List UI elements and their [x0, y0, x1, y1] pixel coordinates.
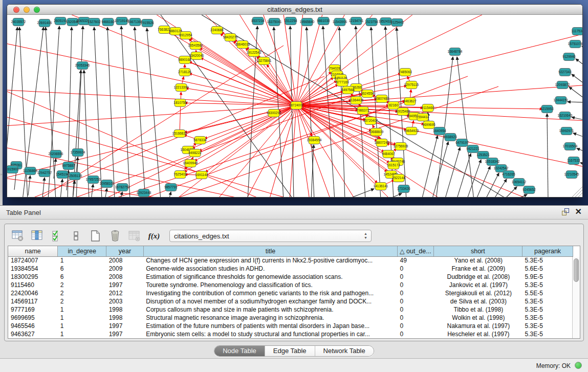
graph-node[interactable]: 9498222	[188, 149, 202, 157]
graph-node[interactable]: 10807487	[375, 95, 389, 103]
graph-node[interactable]: 9227343	[558, 69, 572, 76]
graph-node[interactable]: 9421221	[466, 145, 480, 153]
column-header-title[interactable]: title	[143, 246, 397, 256]
graph-node[interactable]: 3624554	[361, 90, 374, 98]
tab-edge-table[interactable]: Edge Table	[265, 346, 315, 356]
graph-node[interactable]: 5878334	[193, 137, 207, 144]
graph-node[interactable]: 12923448	[137, 189, 151, 197]
graph-node[interactable]: 9466160	[101, 18, 115, 26]
graph-node[interactable]: 19654923	[404, 127, 419, 135]
window-resize-grip[interactable]	[572, 187, 582, 197]
graph-node[interactable]: 20206556	[49, 150, 63, 158]
graph-node[interactable]: 12210545	[564, 171, 579, 179]
graph-node[interactable]: 9115460	[422, 104, 434, 112]
graph-node[interactable]: 23420046	[189, 52, 204, 60]
graph-node[interactable]: 12942757	[37, 169, 52, 177]
column-header-name[interactable]: name	[8, 246, 58, 256]
graph-node[interactable]: 16543582	[188, 42, 203, 50]
graph-node[interactable]: 18724007	[289, 102, 304, 110]
graph-node[interactable]: 2522144	[392, 174, 405, 182]
graph-node[interactable]: 3215953	[540, 105, 554, 113]
graph-node[interactable]: 12154741	[349, 17, 364, 25]
column-header-year[interactable]: year	[106, 246, 144, 256]
graph-node[interactable]: 19565840	[300, 18, 315, 26]
graph-node[interactable]: 24035572	[11, 18, 26, 26]
graph-node[interactable]: 82160	[388, 102, 399, 110]
graph-node[interactable]: 18420276	[223, 34, 238, 41]
graph-node[interactable]: 17957253	[86, 176, 101, 184]
graph-node[interactable]: 17359924	[71, 149, 85, 157]
float-panel-icon[interactable]	[562, 208, 569, 215]
graph-node[interactable]: 11156869	[23, 167, 37, 175]
graph-node[interactable]: 19384554	[307, 137, 322, 144]
graph-node[interactable]: 15992971	[559, 127, 574, 135]
column-header-pagerank[interactable]: pagerank	[522, 246, 573, 256]
column-header-short[interactable]: short	[433, 246, 522, 256]
graph-node[interactable]: 9857791	[164, 184, 178, 191]
graph-node[interactable]: 10654112	[512, 179, 527, 186]
graph-node[interactable]: 2718126	[178, 69, 191, 76]
column-header-in_degree[interactable]: in_degree	[58, 246, 106, 256]
graph-node[interactable]: 1167533	[568, 157, 580, 165]
graph-node[interactable]: 12093872	[555, 81, 570, 89]
graph-node[interactable]: 16648784	[448, 48, 463, 56]
graph-node[interactable]: 6479197	[455, 139, 469, 147]
memory-status-indicator[interactable]	[575, 362, 582, 369]
graph-node[interactable]: 10958107	[100, 180, 115, 188]
graph-node[interactable]: 15166822	[172, 130, 187, 138]
graph-node[interactable]: 1691144	[195, 171, 208, 179]
graph-node[interactable]: 16646033	[235, 41, 250, 49]
scrollbar-thumb[interactable]	[574, 258, 579, 282]
graph-node[interactable]: 9777169	[336, 79, 349, 86]
rows-icon[interactable]	[69, 229, 83, 243]
graph-node[interactable]: 1253521	[476, 151, 490, 159]
graph-node[interactable]: 21364436	[349, 97, 364, 104]
graph-node[interactable]: 9125443	[390, 19, 404, 27]
table-row[interactable]: 2242004622012Investigating the contribut…	[8, 289, 573, 297]
table-row[interactable]: 1456911722003Disruption of a novel membe…	[8, 297, 573, 305]
graph-node[interactable]: 9245652	[522, 186, 536, 194]
graph-node[interactable]: 12213399	[174, 84, 189, 92]
graph-node[interactable]: 12756928	[394, 143, 408, 150]
graph-node[interactable]: 17016504	[563, 143, 578, 150]
network-canvas[interactable]: 2403557222691406260519115205461065328715…	[7, 15, 582, 197]
graph-node[interactable]: 15751074	[568, 40, 582, 48]
delete-column-icon[interactable]	[108, 229, 122, 243]
graph-node[interactable]: 8537234	[251, 17, 265, 25]
graph-node[interactable]: 15720407	[363, 117, 378, 125]
graph-node[interactable]: 9890168	[178, 56, 191, 64]
graph-node[interactable]: 7625402	[173, 171, 187, 179]
graph-node[interactable]: 19122543	[247, 49, 262, 57]
network-view-window[interactable]: citations_edges.txt 24035572226914062605…	[7, 4, 583, 198]
graph-node[interactable]: 12444151	[554, 97, 569, 104]
new-column-icon[interactable]	[89, 229, 103, 243]
graph-node[interactable]: 4716265	[502, 171, 515, 179]
column-visibility-icon[interactable]	[30, 229, 45, 243]
table-row[interactable]: 977716911998Corpus callosum shape and si…	[8, 305, 573, 314]
column-header-out_de[interactable]: △ out_de...	[398, 246, 434, 256]
graph-node[interactable]: 18807249	[375, 139, 389, 147]
graph-node[interactable]: 11543906	[333, 18, 347, 26]
close-panel-icon[interactable]: ✕	[575, 208, 582, 215]
graph-node[interactable]: 1523754	[365, 18, 378, 26]
graph-node[interactable]: 1512254	[284, 17, 297, 25]
graph-node[interactable]: 20053346	[75, 62, 90, 70]
graph-node[interactable]: 22691406	[37, 19, 52, 27]
graph-node[interactable]: 8912954	[179, 32, 192, 39]
graph-node[interactable]: 16210643	[558, 112, 573, 120]
graph-node[interactable]: 7915526	[141, 19, 154, 27]
table-row[interactable]: 1872400712008Changes of HCN gene express…	[8, 256, 573, 265]
graph-node[interactable]: 1810755	[173, 99, 187, 107]
graph-node[interactable]: 1527602	[88, 18, 101, 26]
graph-node[interactable]: 1117534	[572, 28, 582, 35]
graph-node[interactable]: 12505135	[68, 172, 82, 180]
graph-node[interactable]: 7485063	[399, 69, 412, 76]
checklist-icon[interactable]	[50, 229, 64, 243]
table-row[interactable]: 969969511998Structural magnetic resonanc…	[8, 314, 573, 322]
function-builder-icon[interactable]: f(x)	[147, 229, 161, 243]
graph-node[interactable]: 9975887	[62, 162, 75, 170]
graph-node[interactable]: 10688609	[369, 128, 384, 136]
citation-network-graph[interactable]: 2403557222691406260519115205461065328715…	[7, 15, 582, 197]
table-row[interactable]: 911546021997Tourette syndrome. Phenomeno…	[8, 281, 573, 289]
table-selector-dropdown[interactable]: citations_edges.txt ▲▼	[169, 230, 372, 242]
